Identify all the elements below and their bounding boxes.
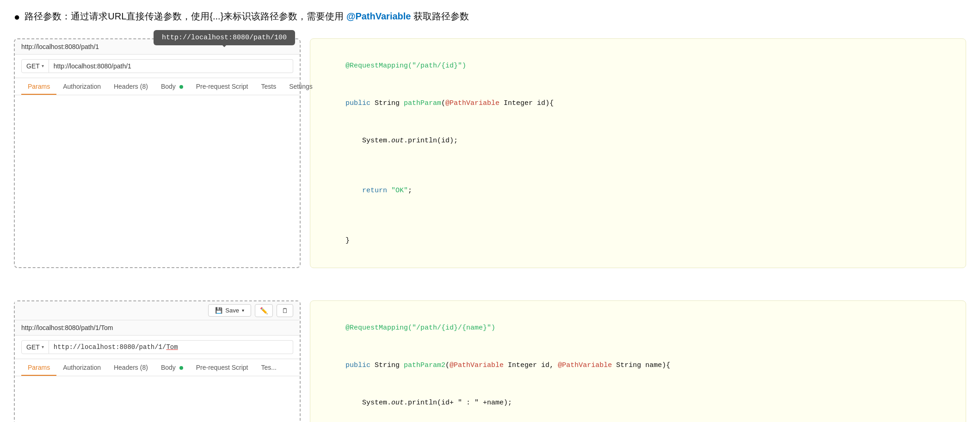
tabs-row-1: Params Authorization Headers (8) Body Pr… — [15, 78, 300, 95]
method-selector-2[interactable]: GET ▾ — [21, 340, 49, 354]
tab-prerequest-2[interactable]: Pre-request Script — [190, 359, 255, 376]
code-line-1-5: return "OK"; — [321, 172, 955, 209]
tooltip-bubble-1: http://localhost:8080/path/100 — [154, 30, 295, 45]
code-line-2-3: System.out.println(id+ " : " +name); — [321, 384, 955, 422]
method-url-row-2: GET ▾ http://localhost:8080/path/1/Tom — [15, 336, 300, 359]
tab-params-2[interactable]: Params — [21, 359, 56, 376]
url-display-2[interactable]: http://localhost:8080/path/1/Tom — [49, 340, 293, 354]
postman-panel-2: 💾 Save ▾ ✏️ 🗒 http://localhost:8080/path… — [14, 300, 301, 422]
tab-settings-1[interactable]: Settings — [283, 78, 319, 95]
bullet-line: ● 路径参数：通过请求URL直接传递参数，使用{...}来标识该路径参数，需要使… — [14, 9, 966, 24]
code-line-1-6 — [321, 209, 955, 222]
path-variable-highlight: @PathVariable — [346, 11, 411, 21]
tab-prerequest-1[interactable]: Pre-request Script — [190, 78, 255, 95]
url-bar-2: http://localhost:8080/path/1/Tom — [15, 320, 300, 336]
tab-headers-1[interactable]: Headers (8) — [107, 78, 154, 95]
code-line-1-7: } — [321, 222, 955, 259]
code-line-1-2: public String pathParam(@PathVariable In… — [321, 85, 955, 122]
code-panel-2: @RequestMapping("/path/{id}/{name}") pub… — [310, 300, 966, 422]
code-line-2-1: @RequestMapping("/path/{id}/{name}") — [321, 309, 955, 347]
code-line-2-2: public String pathParam2(@PathVariable I… — [321, 347, 955, 384]
code-line-1-1: @RequestMapping("/path/{id}") — [321, 47, 955, 85]
bullet-text: 路径参数：通过请求URL直接传递参数，使用{...}来标识该路径参数，需要使用 … — [25, 9, 469, 23]
tab-body-1[interactable]: Body — [154, 78, 190, 95]
tab-params-1[interactable]: Params — [21, 78, 56, 95]
tab-authorization-1[interactable]: Authorization — [56, 78, 107, 95]
postman-panel-1: http://localhost:8080/path/100 http://lo… — [14, 38, 301, 268]
tab-authorization-2[interactable]: Authorization — [56, 359, 107, 376]
save-button-2[interactable]: 💾 Save ▾ — [208, 304, 251, 317]
body-dot-1 — [179, 85, 183, 89]
tab-tests-1[interactable]: Tests — [255, 78, 283, 95]
code-line-1-4 — [321, 159, 955, 172]
tab-headers-2[interactable]: Headers (8) — [107, 359, 154, 376]
body-dot-2 — [179, 366, 183, 370]
code-line-1-3: System.out.println(id); — [321, 122, 955, 159]
url-input-1[interactable] — [49, 59, 293, 73]
tab-body-2[interactable]: Body — [154, 359, 190, 376]
method-selector-1[interactable]: GET ▾ — [21, 59, 49, 73]
tabs-row-2: Params Authorization Headers (8) Body Pr… — [15, 359, 300, 376]
chevron-down-icon: ▾ — [42, 63, 44, 68]
separator — [14, 287, 966, 300]
section-2: 💾 Save ▾ ✏️ 🗒 http://localhost:8080/path… — [14, 300, 966, 422]
method-url-row-1: GET ▾ — [15, 55, 300, 78]
section-1: http://localhost:8080/path/100 http://lo… — [14, 38, 966, 268]
save-chevron-icon: ▾ — [242, 308, 244, 313]
chevron-down-icon-2: ▾ — [42, 344, 44, 349]
code-panel-1: @RequestMapping("/path/{id}") public Str… — [310, 38, 966, 268]
bullet-symbol: ● — [14, 10, 20, 24]
tab-tests-2[interactable]: Tes... — [255, 359, 283, 376]
edit-icon-button-2[interactable]: ✏️ — [255, 304, 273, 317]
comment-icon-button-2[interactable]: 🗒 — [277, 304, 293, 317]
save-bar-2: 💾 Save ▾ ✏️ 🗒 — [15, 301, 300, 320]
save-icon: 💾 — [215, 307, 222, 314]
